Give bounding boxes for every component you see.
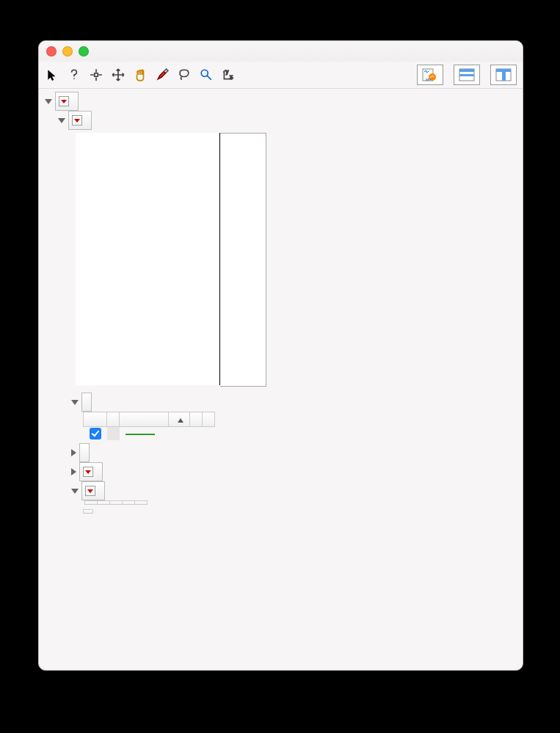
section-distributions[interactable] (55, 92, 79, 111)
disclosure-summary[interactable] (71, 468, 76, 475)
distribution-chart[interactable] (76, 133, 517, 387)
svg-rect-7 (459, 69, 474, 72)
zoom-icon[interactable] (79, 46, 89, 56)
show-checkbox[interactable] (90, 428, 101, 440)
move-icon[interactable] (111, 68, 126, 82)
disclosure-quantiles[interactable] (71, 449, 76, 456)
col-lower[interactable] (123, 501, 135, 505)
col-param[interactable] (85, 501, 98, 505)
table-row[interactable] (84, 427, 215, 441)
titlebar (39, 41, 523, 62)
brush-icon[interactable] (155, 68, 170, 82)
app-window: yx JMP (38, 40, 523, 671)
toolbar: yx JMP (39, 62, 523, 89)
magnifier-icon[interactable] (199, 68, 214, 82)
col-upper[interactable] (135, 501, 148, 505)
fitted-params-table (84, 500, 148, 505)
compare-table (83, 412, 215, 440)
col-aicc[interactable] (169, 412, 190, 427)
col-show[interactable] (84, 412, 107, 427)
col-stderror[interactable] (110, 501, 123, 505)
section-summary[interactable] (79, 462, 103, 481)
col-estimate[interactable] (98, 501, 110, 505)
hand-icon[interactable] (133, 68, 148, 82)
column-table-button[interactable] (490, 65, 517, 85)
section-quantiles[interactable] (79, 443, 90, 462)
crosshair-icon[interactable] (89, 68, 103, 82)
bic-value (190, 427, 203, 441)
data-table-button[interactable] (454, 65, 480, 85)
svg-text:JMP: JMP (425, 78, 431, 81)
close-icon[interactable] (46, 46, 57, 56)
svg-point-0 (201, 70, 208, 76)
dist-name (107, 427, 120, 441)
disclosure-weight[interactable] (58, 118, 65, 123)
curve-swatch (126, 434, 155, 435)
help-icon[interactable] (67, 68, 81, 82)
svg-rect-11 (502, 69, 506, 81)
aicc-value (169, 427, 190, 441)
window-controls (46, 46, 89, 56)
col-distribution[interactable] (107, 412, 120, 427)
disclosure-compare[interactable] (71, 400, 79, 405)
section-fitted[interactable] (81, 481, 105, 500)
pointer-icon[interactable] (45, 68, 59, 82)
menu-icon[interactable] (83, 467, 93, 477)
lasso-icon[interactable] (177, 68, 192, 82)
loglik-value (203, 427, 215, 441)
section-weight[interactable] (68, 111, 92, 130)
axis-icon[interactable]: yx (221, 68, 236, 82)
histogram[interactable] (76, 133, 220, 385)
menu-icon[interactable] (85, 486, 95, 496)
svg-text:y: y (226, 69, 229, 75)
minimize-icon[interactable] (62, 46, 73, 56)
boxplot[interactable] (220, 133, 266, 387)
col-bic[interactable] (190, 412, 203, 427)
disclosure-distributions[interactable] (45, 99, 52, 104)
section-compare[interactable] (81, 393, 92, 412)
col-loglik[interactable] (203, 412, 215, 427)
measures-header (83, 509, 93, 514)
menu-icon[interactable] (59, 96, 69, 106)
col-curve (120, 412, 169, 427)
svg-rect-8 (459, 74, 474, 76)
disclosure-fitted[interactable] (71, 489, 79, 494)
menu-icon[interactable] (72, 115, 82, 125)
jmp-home-button[interactable]: JMP (417, 65, 443, 85)
